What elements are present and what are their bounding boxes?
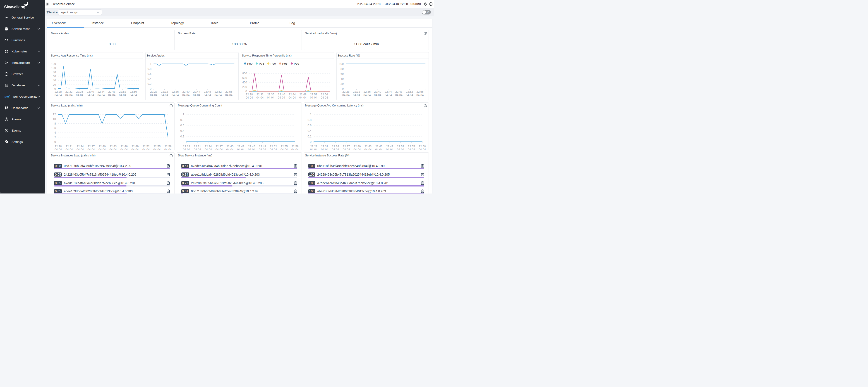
svg-text:22:46: 22:46 <box>120 145 127 148</box>
svg-text:22:34: 22:34 <box>332 145 339 148</box>
svg-text:04-04: 04-04 <box>256 96 264 99</box>
svg-text:04-04: 04-04 <box>288 96 296 99</box>
svg-text:22:32: 22:32 <box>65 90 72 93</box>
svg-text:04-04: 04-04 <box>418 148 426 150</box>
svg-text:04-04: 04-04 <box>332 148 339 150</box>
svg-text:2: 2 <box>54 136 56 139</box>
svg-text:0.8: 0.8 <box>180 118 184 121</box>
svg-text:22:28: 22:28 <box>150 90 157 93</box>
svg-text:04-04: 04-04 <box>408 148 415 150</box>
svg-text:10: 10 <box>53 117 56 120</box>
svg-text:Sw: Sw <box>4 95 9 98</box>
svg-text:P90: P90 <box>271 62 276 65</box>
svg-text:22:28: 22:28 <box>310 145 317 148</box>
svg-text:04-04: 04-04 <box>280 148 288 150</box>
svg-text:22:52: 22:52 <box>406 90 413 93</box>
svg-text:100: 100 <box>339 62 344 66</box>
svg-text:0: 0 <box>183 140 184 144</box>
svg-text:22:36: 22:36 <box>267 93 274 96</box>
svg-text:04-04: 04-04 <box>120 148 128 150</box>
svg-text:04-04: 04-04 <box>416 94 424 97</box>
svg-text:6: 6 <box>54 127 56 130</box>
svg-text:04-04: 04-04 <box>119 94 126 97</box>
svg-text:04-04: 04-04 <box>267 96 274 99</box>
svg-text:22:48: 22:48 <box>395 90 402 93</box>
svg-text:04-04: 04-04 <box>374 94 381 97</box>
svg-text:04-04: 04-04 <box>225 94 232 97</box>
svg-text:04-04: 04-04 <box>237 148 245 150</box>
svg-text:04-04: 04-04 <box>291 148 299 150</box>
svg-text:P99: P99 <box>294 62 299 65</box>
svg-text:22:36: 22:36 <box>363 90 370 93</box>
svg-text:04-04: 04-04 <box>108 94 116 97</box>
svg-text:60: 60 <box>53 75 56 78</box>
svg-text:04-04: 04-04 <box>343 148 350 150</box>
svg-text:22:55: 22:55 <box>408 145 415 148</box>
svg-text:22:36: 22:36 <box>76 90 83 93</box>
svg-text:0.8: 0.8 <box>147 67 151 71</box>
svg-text:04-04: 04-04 <box>406 94 413 97</box>
svg-text:22:52: 22:52 <box>119 90 126 93</box>
svg-text:4: 4 <box>54 131 56 134</box>
svg-text:04-04: 04-04 <box>55 148 62 150</box>
svg-text:22:56: 22:56 <box>225 90 232 93</box>
svg-text:22:56: 22:56 <box>321 93 328 96</box>
svg-text:22:56: 22:56 <box>416 90 423 93</box>
svg-text:22:52: 22:52 <box>143 145 149 148</box>
svg-text:0: 0 <box>54 140 56 144</box>
svg-text:22:52: 22:52 <box>397 145 404 148</box>
svg-text:04-04: 04-04 <box>131 148 138 150</box>
svg-text:04-04: 04-04 <box>246 96 253 99</box>
svg-text:04-04: 04-04 <box>76 94 83 97</box>
svg-text:04-04: 04-04 <box>194 148 201 150</box>
svg-text:22:32: 22:32 <box>353 90 360 93</box>
svg-text:22:28: 22:28 <box>55 90 62 93</box>
svg-text:22:34: 22:34 <box>205 145 212 148</box>
svg-text:04-04: 04-04 <box>386 148 393 150</box>
svg-text:20: 20 <box>53 83 56 86</box>
svg-text:04-04: 04-04 <box>193 94 200 97</box>
svg-text:04-04: 04-04 <box>364 148 372 150</box>
svg-text:0.6: 0.6 <box>180 124 184 127</box>
svg-text:04-04: 04-04 <box>214 94 222 97</box>
svg-text:22:31: 22:31 <box>321 145 328 148</box>
svg-text:04-04: 04-04 <box>98 148 106 150</box>
svg-text:80: 80 <box>53 71 56 74</box>
svg-text:04-04: 04-04 <box>97 94 104 97</box>
svg-text:22:31: 22:31 <box>65 145 72 148</box>
svg-text:0.2: 0.2 <box>147 82 151 85</box>
svg-text:22:52: 22:52 <box>270 145 277 148</box>
svg-text:04-04: 04-04 <box>310 96 317 99</box>
svg-text:22:40: 22:40 <box>353 145 361 148</box>
svg-text:22:40: 22:40 <box>182 90 189 93</box>
svg-text:22:43: 22:43 <box>110 145 116 148</box>
svg-text:22:49: 22:49 <box>131 145 138 148</box>
svg-text:04-04: 04-04 <box>353 148 361 150</box>
svg-text:0.4: 0.4 <box>180 129 184 133</box>
svg-text:20: 20 <box>341 82 344 85</box>
svg-text:22:43: 22:43 <box>237 145 244 148</box>
svg-text:0.8: 0.8 <box>307 118 311 121</box>
svg-text:1: 1 <box>183 113 184 116</box>
svg-text:04-04: 04-04 <box>375 148 382 150</box>
svg-text:22:56: 22:56 <box>130 90 137 93</box>
svg-text:22:49: 22:49 <box>386 145 393 148</box>
svg-text:22:32: 22:32 <box>256 93 263 96</box>
svg-text:04-04: 04-04 <box>363 94 371 97</box>
svg-text:8: 8 <box>54 122 56 125</box>
svg-text:1: 1 <box>310 113 312 116</box>
svg-text:100: 100 <box>51 66 56 70</box>
svg-text:0.4: 0.4 <box>147 77 151 80</box>
svg-text:04-04: 04-04 <box>353 94 360 97</box>
svg-text:04-04: 04-04 <box>150 94 157 97</box>
svg-text:0: 0 <box>310 140 312 144</box>
svg-text:04-04: 04-04 <box>164 148 172 150</box>
svg-text:22:28: 22:28 <box>246 93 253 96</box>
svg-text:04-04: 04-04 <box>182 94 189 97</box>
svg-text:04-04: 04-04 <box>278 96 285 99</box>
svg-text:04-04: 04-04 <box>321 148 328 150</box>
svg-text:22:44: 22:44 <box>193 90 200 93</box>
svg-text:22:34: 22:34 <box>76 145 84 148</box>
svg-text:22:40: 22:40 <box>374 90 381 93</box>
svg-text:22:32: 22:32 <box>161 90 168 93</box>
